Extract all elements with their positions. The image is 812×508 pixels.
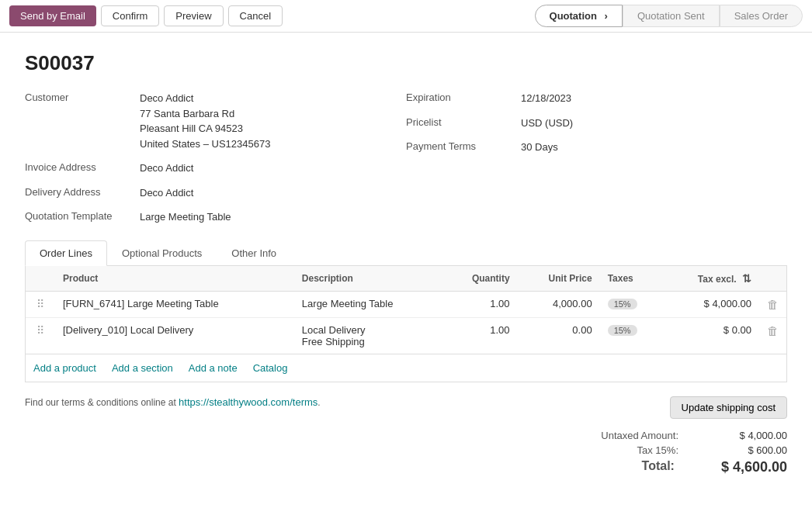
- customer-row: Customer Deco Addict 77 Santa Barbara Rd…: [25, 91, 406, 151]
- pricelist-label: Pricelist: [406, 116, 515, 128]
- quantity-cell-1: 1.00: [443, 291, 518, 317]
- invoice-address-label: Invoice Address: [25, 161, 134, 173]
- payment-terms-value: 30 Days: [521, 140, 558, 155]
- status-sales-order[interactable]: Sales Order: [720, 5, 803, 27]
- tabs-bar: Order Lines Optional Products Other Info: [25, 240, 787, 266]
- total-label: Total:: [642, 459, 675, 475]
- update-shipping-button[interactable]: Update shipping cost: [670, 396, 787, 419]
- invoice-address-row: Invoice Address Deco Addict: [25, 161, 406, 176]
- arrow-icon: ›: [605, 10, 608, 22]
- taxes-cell-2: 15%: [600, 317, 663, 354]
- tax-row: Tax 15%: $ 600.00: [601, 444, 787, 456]
- delete-btn-1[interactable]: 🗑: [759, 291, 786, 317]
- taxes-cell-1: 15%: [600, 291, 663, 317]
- confirm-button[interactable]: Confirm: [101, 5, 160, 26]
- product-cell-2: [Delivery_010] Local Delivery: [55, 317, 294, 354]
- delete-btn-2[interactable]: 🗑: [759, 317, 786, 354]
- terms-link[interactable]: https://stealthywood.com/terms: [179, 396, 318, 408]
- document-title: S00037: [25, 51, 787, 75]
- customer-value: Deco Addict 77 Santa Barbara Rd Pleasant…: [140, 91, 270, 151]
- drag-col-header: [26, 266, 55, 292]
- tax-excl-cell-1: $ 4,000.00: [663, 291, 759, 317]
- main-content: S00037 Customer Deco Addict 77 Santa Bar…: [0, 33, 812, 508]
- untaxed-amount-label: Untaxed Amount:: [601, 430, 678, 441]
- product-cell-1: [FURN_6741] Large Meeting Table: [55, 291, 294, 317]
- table-row: ⠿ [FURN_6741] Large Meeting Table Large …: [26, 291, 786, 317]
- delivery-address-value: Deco Addict: [140, 185, 193, 201]
- total-value: $ 4,600.00: [721, 459, 787, 475]
- unit-price-col-header: Unit Price: [518, 266, 600, 292]
- footer-right: Update shipping cost Untaxed Amount: $ 4…: [601, 396, 787, 475]
- untaxed-amount-value: $ 4,000.00: [725, 430, 787, 441]
- quantity-cell-2: 1.00: [443, 317, 518, 354]
- tax-label: Tax 15%:: [637, 444, 678, 456]
- quotation-template-label: Quotation Template: [25, 209, 134, 222]
- terms-text: Find our terms & conditions online at ht…: [25, 396, 321, 408]
- send-by-email-button[interactable]: Send by Email: [9, 5, 96, 26]
- action-links: Add a product Add a section Add a note C…: [25, 354, 787, 382]
- tax-value: $ 600.00: [725, 444, 787, 456]
- tab-other-info[interactable]: Other Info: [217, 240, 291, 265]
- order-lines-table: Product Description Quantity Unit Price …: [26, 266, 786, 354]
- payment-terms-label: Payment Terms: [406, 140, 515, 152]
- product-col-header: Product: [55, 266, 294, 292]
- table-header-row: Product Description Quantity Unit Price …: [26, 266, 786, 292]
- expiration-row: Expiration 12/18/2023: [406, 91, 787, 106]
- quantity-col-header: Quantity: [443, 266, 518, 292]
- quotation-template-row: Quotation Template Large Meeting Table: [25, 209, 406, 225]
- footer-area: Find our terms & conditions online at ht…: [25, 382, 787, 483]
- drag-handle-1[interactable]: ⠿: [26, 291, 55, 317]
- pricelist-value: USD (USD): [521, 116, 573, 131]
- catalog-link[interactable]: Catalog: [253, 362, 288, 374]
- tax-excl-col-header: Tax excl. ⇅: [663, 266, 759, 292]
- form-grid: Customer Deco Addict 77 Santa Barbara Rd…: [25, 91, 787, 225]
- untaxed-amount-row: Untaxed Amount: $ 4,000.00: [601, 430, 787, 441]
- add-note-link[interactable]: Add a note: [189, 362, 238, 374]
- pricelist-row: Pricelist USD (USD): [406, 116, 787, 131]
- description-cell-2: Local Delivery Free Shipping: [294, 317, 443, 354]
- delivery-address-label: Delivery Address: [25, 185, 134, 198]
- unit-price-cell-2: 0.00: [518, 317, 600, 354]
- totals: Untaxed Amount: $ 4,000.00 Tax 15%: $ 60…: [601, 430, 787, 475]
- cancel-button[interactable]: Cancel: [228, 5, 283, 26]
- status-bar: Quotation › Quotation Sent Sales Order: [535, 5, 803, 27]
- tab-optional-products[interactable]: Optional Products: [107, 240, 217, 265]
- add-section-link[interactable]: Add a section: [112, 362, 173, 374]
- grand-total-row: Total: $ 4,600.00: [601, 459, 787, 475]
- description-cell-1: Large Meeting Table: [294, 291, 443, 317]
- expiration-label: Expiration: [406, 91, 515, 103]
- delete-col-header: [759, 266, 786, 292]
- status-quotation-sent[interactable]: Quotation Sent: [623, 5, 720, 27]
- description-col-header: Description: [294, 266, 443, 292]
- payment-terms-row: Payment Terms 30 Days: [406, 140, 787, 155]
- drag-handle-2[interactable]: ⠿: [26, 317, 55, 354]
- unit-price-cell-1: 4,000.00: [518, 291, 600, 317]
- quotation-template-value: Large Meeting Table: [140, 209, 231, 225]
- status-quotation[interactable]: Quotation ›: [535, 5, 623, 27]
- form-left: Customer Deco Addict 77 Santa Barbara Rd…: [25, 91, 406, 225]
- preview-button[interactable]: Preview: [164, 5, 223, 26]
- delivery-address-row: Delivery Address Deco Addict: [25, 185, 406, 201]
- table-row: ⠿ [Delivery_010] Local Delivery Local De…: [26, 317, 786, 354]
- customer-label: Customer: [25, 91, 134, 103]
- form-right: Expiration 12/18/2023 Pricelist USD (USD…: [406, 91, 787, 225]
- order-lines-table-wrap: Product Description Quantity Unit Price …: [25, 266, 787, 354]
- add-product-link[interactable]: Add a product: [33, 362, 96, 374]
- toolbar: Send by Email Confirm Preview Cancel Quo…: [0, 0, 812, 33]
- expiration-value: 12/18/2023: [521, 91, 571, 106]
- column-settings-icon[interactable]: ⇅: [742, 272, 751, 285]
- invoice-address-value: Deco Addict: [140, 161, 193, 176]
- tax-excl-cell-2: $ 0.00: [663, 317, 759, 354]
- tab-order-lines[interactable]: Order Lines: [25, 240, 107, 266]
- taxes-col-header: Taxes: [600, 266, 663, 292]
